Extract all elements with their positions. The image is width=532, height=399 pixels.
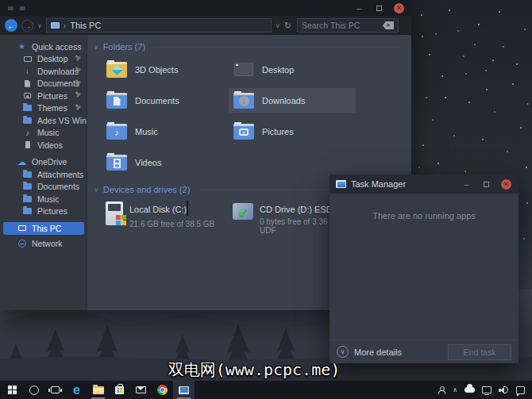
videos-folder-icon	[106, 155, 127, 171]
address-bar: ← → ∨ › This PC ∨ ↻ Search This PC ×	[0, 16, 411, 35]
forward-button[interactable]: →	[21, 20, 33, 32]
pin-icon	[75, 68, 81, 75]
action-center-icon[interactable]	[516, 386, 525, 394]
sidebar-item-themes[interactable]: Themes	[0, 102, 87, 115]
volume-icon[interactable]	[499, 386, 509, 394]
task-manager-footer: ∨ More details End task	[330, 340, 519, 363]
minimize-button[interactable]: –	[349, 0, 369, 16]
cloud-icon: ☁	[17, 157, 26, 167]
chrome-taskbar-button[interactable]	[152, 381, 173, 399]
disk-usage-bar	[187, 201, 188, 216]
network-tray-icon[interactable]	[482, 386, 492, 393]
folder-icon	[23, 171, 32, 178]
back-button[interactable]: ←	[5, 19, 17, 32]
task-view-button[interactable]	[44, 381, 66, 399]
search-clear-icon[interactable]: ×	[383, 21, 394, 29]
file-explorer-taskbar-button[interactable]	[87, 381, 109, 399]
edge-taskbar-button[interactable]: e	[66, 381, 87, 399]
pin-icon	[75, 81, 81, 87]
drive-tile-local-disk-c[interactable]: Local Disk (C:) 21.6 GB free of 38.5 GB	[102, 201, 229, 235]
folder-tile-pictures[interactable]: Pictures	[229, 119, 356, 144]
folder-tile-3d-objects[interactable]: 3D Objects	[102, 57, 229, 82]
sidebar-item-onedrive-attachments[interactable]: Attachments	[0, 168, 87, 181]
cortana-button[interactable]	[23, 381, 44, 399]
cd-drive-icon: ↙	[233, 203, 253, 220]
sidebar-item-onedrive-pictures[interactable]: Pictures	[0, 205, 87, 218]
close-button[interactable]: ×	[389, 3, 409, 13]
store-taskbar-button[interactable]	[109, 381, 130, 399]
tm-close-button[interactable]: ×	[496, 179, 516, 190]
more-details-button[interactable]: ∨ More details	[337, 346, 402, 358]
sidebar-item-onedrive[interactable]: ☁ OneDrive	[0, 156, 87, 169]
film-icon	[25, 141, 30, 148]
3d-objects-folder-icon	[106, 62, 127, 78]
sidebar-item-quick-access[interactable]: ★ Quick access	[0, 40, 87, 53]
music-note-icon: ♪	[114, 128, 119, 137]
sidebar-item-onedrive-music[interactable]: Music	[0, 193, 87, 205]
sidebar-item-onedrive-documents[interactable]: Documents	[0, 181, 87, 194]
tm-maximize-button[interactable]	[476, 182, 496, 187]
sidebar-item-network[interactable]: Network	[0, 238, 87, 251]
windows-logo-icon	[116, 215, 126, 225]
explorer-titlebar[interactable]: – ×	[0, 0, 411, 16]
quick-access-toolbar[interactable]	[8, 6, 25, 10]
address-field[interactable]: › This PC	[46, 18, 272, 33]
sidebar-item-pictures[interactable]: Pictures	[0, 90, 87, 102]
breadcrumb[interactable]: This PC	[70, 21, 101, 30]
sidebar-item-music[interactable]: ♪ Music	[0, 127, 87, 140]
sidebar-item-ades-vs-windows[interactable]: Ades VS Windows 1	[0, 114, 87, 127]
documents-folder-icon	[106, 93, 127, 109]
refresh-icon[interactable]: ↻	[284, 21, 291, 31]
task-manager-icon	[336, 180, 346, 188]
folder-icon	[23, 117, 32, 124]
edge-icon: e	[73, 384, 80, 397]
pictures-folder-icon	[233, 124, 254, 140]
folder-icon	[23, 208, 32, 214]
document-icon	[114, 97, 121, 106]
section-header-folders[interactable]: ∨ Folders (7)	[94, 40, 411, 54]
system-tray: ∧	[438, 386, 532, 394]
address-dropdown-chevron[interactable]: ∨	[276, 22, 280, 29]
taskbar: e ∧	[0, 381, 532, 399]
folder-icon	[23, 105, 32, 111]
mail-icon	[136, 386, 146, 393]
hidden-icons-chevron[interactable]: ∧	[453, 387, 457, 393]
task-manager-icon	[179, 386, 189, 394]
mail-taskbar-button[interactable]	[130, 381, 152, 399]
film-icon	[114, 159, 121, 168]
tm-minimize-button[interactable]: –	[457, 175, 476, 194]
sidebar-item-desktop[interactable]: Desktop	[0, 53, 87, 66]
search-input[interactable]: Search This PC ×	[297, 18, 399, 33]
pin-icon	[75, 56, 81, 63]
picture-icon	[24, 93, 31, 98]
folder-tile-downloads[interactable]: ↓ Downloads	[229, 88, 356, 113]
sidebar-item-this-pc[interactable]: This PC	[3, 222, 84, 235]
hard-drive-icon	[106, 201, 123, 225]
folder-tile-documents[interactable]: Documents	[102, 88, 229, 113]
network-icon	[18, 240, 26, 247]
empty-message: There are no running apps	[330, 211, 519, 221]
end-task-button[interactable]: End task	[448, 344, 511, 360]
sidebar-item-downloads[interactable]: ↓ Downloads	[0, 65, 87, 78]
folder-tile-videos[interactable]: Videos	[102, 150, 229, 175]
microsoft-store-icon	[115, 386, 124, 394]
camera-icon	[239, 129, 249, 136]
task-manager-taskbar-button[interactable]	[173, 381, 195, 399]
sidebar-item-videos[interactable]: Videos	[0, 139, 87, 152]
people-icon[interactable]	[438, 386, 445, 394]
maximize-button[interactable]	[369, 6, 389, 11]
download-arrow-icon: ↓	[23, 67, 32, 75]
close-icon: ×	[394, 3, 404, 13]
onedrive-tray-icon[interactable]	[465, 387, 475, 393]
download-arrow-icon: ↓	[239, 96, 249, 106]
folder-tile-music[interactable]: ♪ Music	[102, 119, 229, 144]
start-button[interactable]	[2, 381, 23, 399]
task-manager-titlebar[interactable]: Task Manager – ×	[330, 175, 519, 194]
star-icon: ★	[17, 42, 26, 51]
pin-icon	[75, 106, 81, 112]
monitor-icon	[18, 225, 26, 231]
recent-locations-chevron[interactable]: ∨	[37, 22, 42, 29]
sidebar-item-documents[interactable]: Documents	[0, 78, 87, 90]
cd-arrow-icon: ↙	[238, 205, 249, 217]
folder-tile-desktop[interactable]: Desktop	[229, 57, 356, 82]
